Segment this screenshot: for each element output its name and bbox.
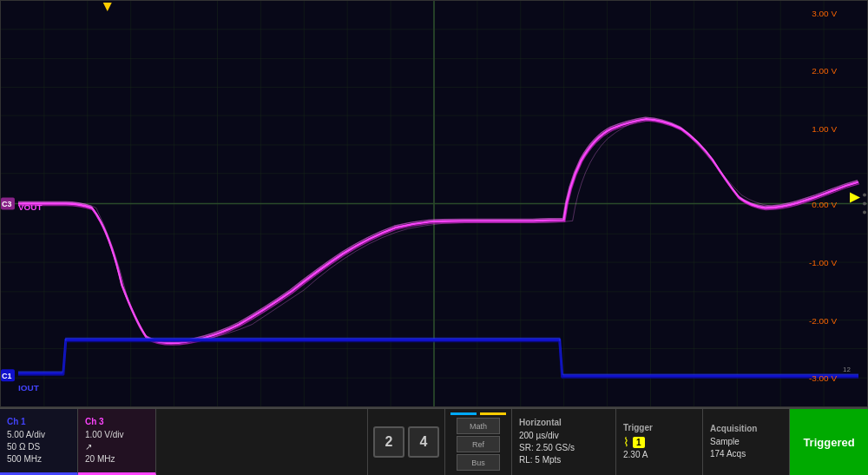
svg-text:-3.00 V: -3.00 V: [809, 373, 837, 383]
svg-point-50: [863, 202, 866, 206]
svg-point-51: [863, 210, 866, 214]
ref-button[interactable]: Ref: [457, 436, 500, 452]
ch3-volts-div: 1.00 V/div: [85, 429, 148, 441]
trigger-icon: ⌇: [623, 435, 629, 449]
trigger-value: 2.30 A: [623, 449, 695, 461]
num2-button[interactable]: 2: [373, 426, 404, 458]
svg-text:3.00 V: 3.00 V: [812, 9, 837, 18]
info-bar: Ch 1 5.00 A/div 50 Ω DS 500 MHz Ch 3 1.0…: [0, 407, 868, 475]
horizontal-title: Horizontal: [519, 418, 608, 427]
math-color-line: [450, 412, 477, 415]
svg-text:2.00 V: 2.00 V: [812, 66, 837, 76]
math-button[interactable]: Math: [457, 418, 500, 434]
ch3-bandwidth: 20 MHz: [85, 453, 148, 465]
ch1-impedance: 50 Ω DS: [7, 441, 70, 453]
horizontal-sample-rate: SR: 2.50 GS/s: [519, 442, 608, 454]
trigger-channel: 1: [633, 437, 645, 448]
math-ref-bus-section: Math Ref Bus: [445, 409, 512, 475]
ch1-bandwidth: 500 MHz: [7, 453, 70, 465]
screen-area: C1 C3 3.00 V 2.00 V 1.00 V 0.00 V -1.00 …: [0, 0, 868, 407]
acquisition-mode: Sample: [710, 436, 782, 448]
svg-text:VOUT: VOUT: [18, 202, 43, 212]
bus-button[interactable]: Bus: [457, 454, 500, 471]
acquisition-title: Acquisition: [710, 424, 782, 433]
ch1-volts-div: 5.00 A/div: [7, 429, 70, 441]
num-buttons-area: 2 4: [368, 409, 445, 475]
svg-text:0.00 V: 0.00 V: [812, 200, 837, 209]
oscilloscope: C1 C3 3.00 V 2.00 V 1.00 V 0.00 V -1.00 …: [0, 0, 868, 475]
horizontal-record-length: RL: 5 Mpts: [519, 454, 608, 466]
acquisition-section: Acquisition Sample 174 Acqs: [703, 409, 790, 475]
svg-text:IOUT: IOUT: [18, 383, 39, 393]
ch1-info-section: Ch 1 5.00 A/div 50 Ω DS 500 MHz: [0, 409, 78, 475]
num4-button[interactable]: 4: [408, 426, 439, 458]
trigger-section: Trigger ⌇ 1 2.30 A: [616, 409, 703, 475]
ref-color-line: [480, 412, 506, 415]
svg-text:C3: C3: [2, 200, 11, 208]
ch3-info-section: Ch 3 1.00 V/div ↗ 20 MHz: [78, 409, 156, 475]
trigger-title: Trigger: [623, 423, 695, 432]
ch1-header: Ch 1: [7, 417, 70, 426]
svg-text:C1: C1: [2, 372, 11, 380]
ch3-coupling: ↗: [85, 441, 148, 453]
grid-svg: C1 C3 3.00 V 2.00 V 1.00 V 0.00 V -1.00 …: [1, 1, 867, 406]
triggered-label: Triggered: [803, 436, 854, 449]
svg-text:-2.00 V: -2.00 V: [809, 316, 837, 326]
svg-text:-1.00 V: -1.00 V: [809, 258, 837, 267]
ch3-header: Ch 3: [85, 417, 148, 426]
triggered-section: Triggered: [790, 409, 868, 475]
horizontal-time-div: 200 µs/div: [519, 430, 608, 442]
svg-text:1.00 V: 1.00 V: [812, 124, 837, 134]
horizontal-section: Horizontal 200 µs/div SR: 2.50 GS/s RL: …: [512, 409, 616, 475]
spacer: [156, 409, 368, 475]
svg-text:12: 12: [843, 366, 851, 373]
acquisition-count: 174 Acqs: [710, 448, 782, 460]
svg-point-49: [863, 194, 866, 197]
